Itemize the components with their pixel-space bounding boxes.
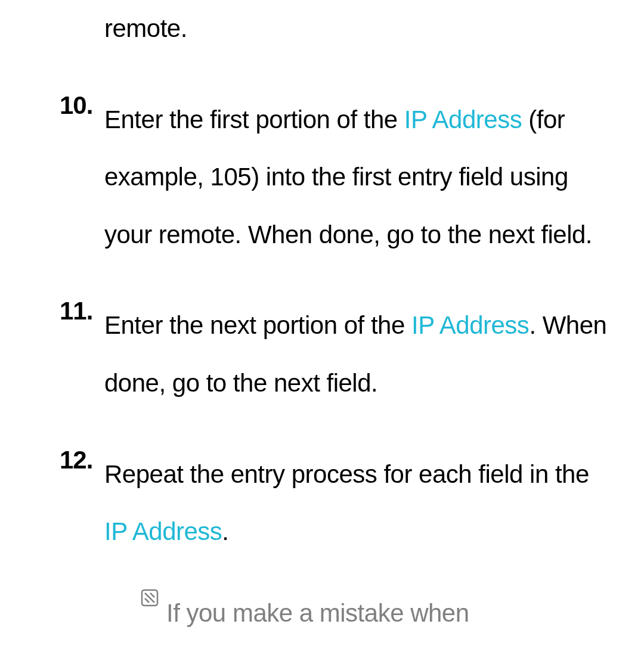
- step-text-pre: Repeat the entry process for each field …: [104, 460, 589, 488]
- step-number: 11.: [60, 297, 104, 412]
- term-ip-address: IP Address: [104, 517, 222, 545]
- step-number: 12.: [60, 446, 104, 643]
- step-text-pre: Enter the first portion of the: [104, 105, 404, 134]
- svg-line-1: [145, 593, 154, 603]
- step-body: Enter the first portion of the IP Addres…: [104, 91, 608, 264]
- step-12: 12. Repeat the entry process for each fi…: [60, 446, 608, 643]
- step-text-pre: Enter the next portion of the: [104, 311, 411, 339]
- note-icon: [140, 585, 166, 607]
- note: If you make a mistake when: [104, 585, 608, 643]
- svg-line-2: [150, 593, 154, 597]
- step-text-post: .: [222, 517, 228, 545]
- svg-line-3: [145, 598, 149, 603]
- term-ip-address: IP Address: [411, 311, 529, 339]
- step-body: Enter the next portion of the IP Address…: [104, 297, 608, 412]
- term-ip-address: IP Address: [404, 105, 522, 134]
- step-10: 10. Enter the first portion of the IP Ad…: [60, 91, 608, 264]
- step-number: 10.: [60, 91, 104, 264]
- previous-step-remnant: remote.: [60, 0, 608, 58]
- step-body: Repeat the entry process for each field …: [104, 446, 608, 643]
- step-11: 11. Enter the next portion of the IP Add…: [60, 297, 608, 412]
- note-text: If you make a mistake when: [166, 585, 608, 643]
